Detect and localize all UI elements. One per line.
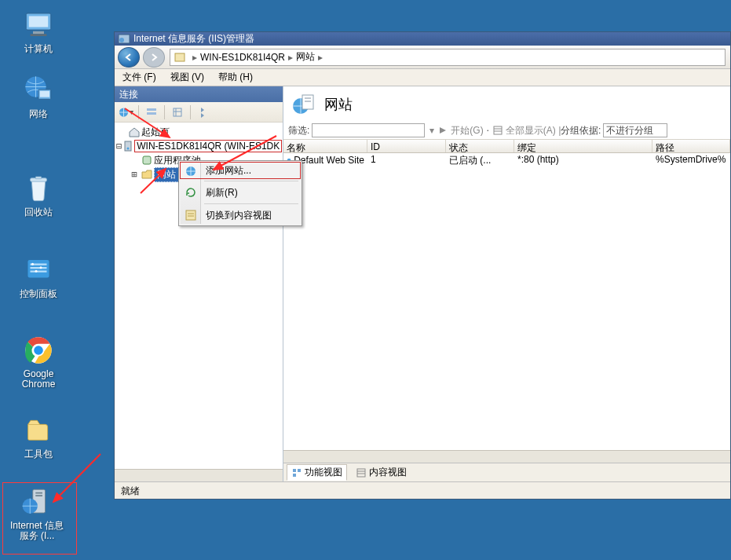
svg-rect-6: [40, 91, 49, 97]
features-icon: [291, 467, 302, 478]
toolbar-icon[interactable]: [196, 104, 211, 120]
desktop-icon-toolkit[interactable]: 工具包: [9, 413, 68, 459]
svg-rect-2: [33, 31, 44, 35]
ctx-content-view[interactable]: 切换到内容视图: [181, 207, 300, 224]
house-icon: [127, 126, 141, 138]
svg-rect-28: [174, 108, 181, 116]
svg-rect-24: [175, 53, 185, 61]
filter-label: 筛选:: [288, 124, 309, 137]
status-bar: 就绪: [115, 481, 730, 499]
refresh-icon: [185, 186, 197, 199]
breadcrumb-server[interactable]: WIN-ES1DK81I4QR: [200, 52, 285, 63]
col-bind[interactable]: 绑定: [514, 140, 652, 152]
nav-back-button[interactable]: [118, 47, 140, 68]
iis-manager-window: Internet 信息服务 (IIS)管理器 ▸ WIN-ES1DK81I4QR…: [114, 31, 731, 500]
content-icon: [356, 467, 367, 478]
connections-title: 连接: [115, 86, 283, 102]
breadcrumb-separator-icon: ▸: [318, 52, 323, 63]
svg-rect-39: [298, 469, 301, 472]
tree-label: WIN-ES1DK81I4QR (WIN-ES1DK: [134, 140, 282, 152]
desktop-icon-label: 计算机: [9, 43, 68, 54]
nav-forward-button[interactable]: [143, 47, 165, 68]
content-icon: [185, 209, 197, 221]
sites-icon: [291, 92, 316, 117]
svg-point-14: [35, 270, 38, 273]
svg-point-13: [40, 266, 42, 269]
features-view-tab[interactable]: 功能视图: [287, 464, 347, 481]
svg-rect-20: [35, 495, 42, 496]
desktop-icon-chrome[interactable]: Google Chrome: [9, 334, 68, 390]
desktop-icon-label: 回收站: [9, 207, 68, 218]
breadcrumb-home-icon: [172, 50, 188, 64]
svg-rect-26: [147, 108, 156, 111]
menu-view[interactable]: 视图 (V): [167, 69, 207, 86]
content-area: 网站 筛选: ▾ 开始(G) · 全部显示(A) | 分组依据: 不进行分组 名…: [283, 86, 730, 481]
desktop-icon-label: 控制面板: [9, 288, 68, 299]
svg-rect-43: [186, 210, 196, 220]
svg-point-23: [119, 38, 124, 42]
server-icon: [122, 140, 134, 152]
svg-rect-40: [293, 474, 296, 477]
desktop-icon-label: 网络: [9, 108, 68, 119]
svg-rect-19: [35, 492, 42, 494]
menu-bar: 文件 (F) 视图 (V) 帮助 (H): [115, 69, 730, 86]
filter-input[interactable]: [312, 123, 425, 137]
content-view-tab[interactable]: 内容视图: [352, 465, 411, 480]
scroll-stub[interactable]: [115, 469, 283, 481]
svg-point-12: [31, 263, 34, 265]
folder-icon: [140, 168, 154, 181]
svg-rect-34: [305, 97, 311, 99]
horizontal-scrollbar[interactable]: [283, 450, 730, 463]
svg-rect-31: [143, 156, 151, 164]
ctx-refresh[interactable]: 刷新(R): [181, 184, 300, 201]
grid-body[interactable]: Default Web Site 1 已启动 (... *:80 (http) …: [283, 153, 730, 450]
breadcrumb-separator-icon: ▸: [192, 52, 197, 63]
tree-server[interactable]: ⊟ WIN-ES1DK81I4QR (WIN-ES1DK: [116, 139, 281, 153]
col-path[interactable]: 路径: [652, 140, 730, 152]
separator: [204, 203, 298, 204]
toolbar-icon[interactable]: [144, 104, 159, 120]
group-combo[interactable]: 不进行分组: [603, 123, 667, 137]
desktop-icon-control[interactable]: 控制面板: [9, 253, 68, 299]
apppool-icon: [140, 154, 154, 167]
col-id[interactable]: ID: [367, 140, 446, 152]
nav-bar: ▸ WIN-ES1DK81I4QR ▸ 网站 ▸: [115, 46, 730, 69]
tree-label: 起始页: [141, 126, 170, 139]
svg-rect-38: [293, 469, 296, 472]
content-title: 网站: [324, 95, 353, 114]
connections-toolbar: ▾: [115, 102, 283, 123]
svg-rect-36: [494, 126, 502, 134]
connect-button[interactable]: ▾: [118, 104, 133, 120]
grid-header: 名称 ID 状态 绑定 路径: [283, 139, 730, 153]
window-title: Internet 信息服务 (IIS)管理器: [133, 32, 254, 46]
group-label: 分组依据:: [561, 124, 601, 137]
connections-pane: 连接 ▾ 起始页 ⊟ WIN-ES1DK81I4QR: [115, 86, 283, 481]
breadcrumb[interactable]: ▸ WIN-ES1DK81I4QR ▸ 网站 ▸: [170, 49, 726, 66]
toolbar-icon[interactable]: [170, 104, 185, 120]
col-state[interactable]: 状态: [446, 140, 514, 152]
breadcrumb-separator-icon: ▸: [288, 52, 293, 63]
svg-rect-1: [29, 16, 49, 27]
grid-row[interactable]: Default Web Site 1 已启动 (... *:80 (http) …: [283, 153, 730, 167]
filter-show-all[interactable]: 全部显示(A): [492, 124, 556, 137]
view-tabs: 功能视图 内容视图: [283, 463, 730, 481]
collapse-icon[interactable]: ⊟: [116, 141, 122, 152]
svg-point-30: [127, 148, 130, 150]
svg-rect-10: [31, 267, 47, 269]
svg-rect-41: [357, 469, 365, 477]
expand-icon[interactable]: ⊞: [129, 169, 140, 180]
menu-help[interactable]: 帮助 (H): [215, 69, 256, 86]
filter-go[interactable]: 开始(G): [437, 124, 483, 137]
menu-file[interactable]: 文件 (F): [119, 69, 159, 86]
globe-icon: [185, 165, 197, 178]
ctx-add-website[interactable]: 添加网站...: [180, 162, 301, 179]
context-menu: 添加网站... 刷新(R) 切换到内容视图: [178, 160, 302, 226]
title-bar[interactable]: Internet 信息服务 (IIS)管理器: [115, 32, 730, 46]
desktop-icon-iis[interactable]: Internet 信息服务 (I...: [8, 485, 66, 541]
desktop-icon-computer[interactable]: 计算机: [9, 8, 68, 54]
col-name[interactable]: 名称: [283, 140, 367, 152]
desktop-icon-recycle[interactable]: 回收站: [9, 171, 68, 218]
desktop-icon-network[interactable]: 网络: [9, 73, 68, 119]
breadcrumb-node[interactable]: 网站: [296, 50, 315, 64]
tree-start-page[interactable]: 起始页: [116, 125, 281, 139]
